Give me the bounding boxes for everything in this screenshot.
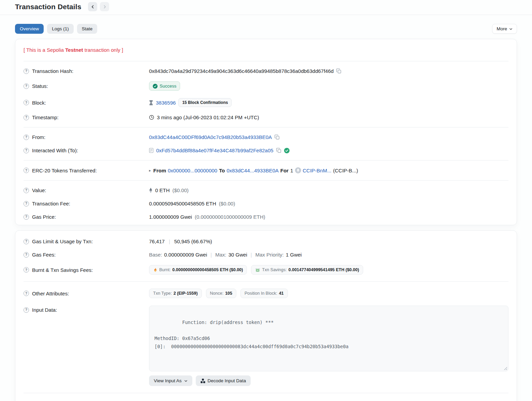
copy-icon[interactable] bbox=[336, 68, 341, 74]
gas-fees-base-value: 0.000000009 Gwei bbox=[164, 252, 207, 258]
row-status: ? Status: Success bbox=[24, 78, 508, 94]
tab-state[interactable]: State bbox=[77, 24, 98, 34]
nonce-badge: Nonce: 105 bbox=[206, 289, 236, 298]
txn-savings-badge: Txn Savings: 0.001477404999541495 ETH ($… bbox=[251, 265, 363, 275]
previous-transaction-button[interactable] bbox=[88, 2, 97, 11]
help-icon[interactable]: ? bbox=[24, 68, 29, 74]
timestamp-label: Timestamp: bbox=[32, 114, 59, 120]
more-button[interactable]: More bbox=[492, 24, 517, 34]
view-input-as-button[interactable]: View Input As bbox=[149, 375, 192, 386]
testnet-notice: [ This is a Sepolia Testnet transaction … bbox=[24, 41, 508, 58]
tab-logs[interactable]: Logs (1) bbox=[47, 24, 74, 34]
notice-suffix: transaction only ] bbox=[83, 47, 123, 53]
position-in-block-value: 41 bbox=[279, 291, 284, 296]
gas-fees-max-value: 30 Gwei bbox=[228, 252, 247, 258]
decode-input-data-button[interactable]: Decode Input Data bbox=[196, 375, 251, 386]
gas-price-label: Gas Price: bbox=[32, 214, 56, 220]
divider bbox=[24, 180, 508, 181]
row-burnt-savings-fees: ? Burnt & Txn Savings Fees: Burnt: 0.000… bbox=[24, 261, 508, 278]
transaction-fee-label: Transaction Fee: bbox=[32, 201, 70, 206]
copy-icon[interactable] bbox=[276, 148, 281, 153]
help-icon[interactable]: ? bbox=[24, 307, 29, 313]
row-block: ? Block: 3836596 15 Block Confirmations bbox=[24, 94, 508, 111]
gas-limit-usage-label: Gas Limit & Usage by Txn: bbox=[32, 238, 93, 244]
erc20-token-name-link[interactable]: CCIP-BnM... bbox=[303, 168, 331, 173]
chevron-right-icon bbox=[103, 5, 107, 9]
row-more-details: More Details: — Click to show less bbox=[24, 396, 508, 401]
help-icon[interactable]: ? bbox=[24, 201, 29, 206]
chevron-left-icon bbox=[91, 5, 95, 9]
help-icon[interactable]: ? bbox=[24, 168, 29, 173]
transaction-hash-label: Transaction Hash: bbox=[32, 68, 73, 74]
erc20-for-word: For bbox=[280, 168, 289, 173]
erc20-transfers-label: ERC-20 Tokens Transferred: bbox=[32, 168, 97, 173]
txn-savings-badge-value: 0.001477404999541495 ETH ($0.00) bbox=[289, 267, 359, 272]
eth-icon bbox=[149, 188, 152, 193]
overview-card: [ This is a Sepolia Testnet transaction … bbox=[15, 39, 517, 225]
erc20-token-symbol: (CCIP-B...) bbox=[333, 168, 358, 173]
txn-type-value: 2 (EIP-1559) bbox=[174, 291, 198, 296]
txn-type-label: Txn Type: bbox=[153, 291, 172, 296]
block-label: Block: bbox=[32, 100, 46, 106]
interacted-with-address-link[interactable]: 0xFd57b4ddBf88a4e07fF4e34C487b99af2Fe82a… bbox=[156, 148, 274, 153]
value-amount: 0 ETH bbox=[155, 187, 170, 193]
notice-bold: Testnet bbox=[65, 47, 83, 53]
interacted-with-label: Interacted With (To): bbox=[32, 148, 78, 153]
cubes-icon bbox=[201, 379, 205, 383]
txn-type-badge: Txn Type: 2 (EIP-1559) bbox=[149, 289, 202, 298]
gas-fees-priority-value: 1 Gwei bbox=[286, 252, 302, 258]
help-icon[interactable]: ? bbox=[24, 115, 29, 120]
erc20-to-word: To bbox=[219, 168, 225, 173]
gas-limit-value: 76,417 bbox=[149, 238, 165, 244]
transaction-hash-value: 0x843dc70a4a29d79234c49a904c363d6c46640a… bbox=[149, 68, 334, 74]
help-icon[interactable]: ? bbox=[24, 214, 29, 220]
resize-handle[interactable] bbox=[503, 366, 507, 370]
erc20-from-address-link[interactable]: 0x000000...00000000 bbox=[168, 168, 217, 173]
help-icon[interactable]: ? bbox=[24, 291, 29, 296]
gas-fees-max-label: Max: bbox=[215, 252, 226, 258]
value-label: Value: bbox=[32, 187, 46, 193]
help-icon[interactable]: ? bbox=[24, 239, 29, 244]
help-icon[interactable]: ? bbox=[24, 100, 29, 105]
token-logo-icon bbox=[295, 167, 301, 173]
row-input-data: ? Input Data: Function: drip(address tok… bbox=[24, 302, 508, 390]
row-gas-limit-usage: ? Gas Limit & Usage by Txn: 76,417 | 50,… bbox=[24, 235, 508, 248]
from-label: From: bbox=[32, 134, 45, 140]
next-transaction-button[interactable] bbox=[100, 2, 109, 11]
help-icon[interactable]: ? bbox=[24, 83, 29, 89]
check-circle-icon bbox=[153, 84, 158, 89]
status-badge-label: Success bbox=[160, 83, 176, 89]
help-icon[interactable]: ? bbox=[24, 188, 29, 193]
gas-fees-base-label: Base: bbox=[149, 252, 162, 258]
help-icon[interactable]: ? bbox=[24, 135, 29, 140]
transaction-fee-amount: 0.000050945000458505 ETH bbox=[149, 201, 216, 206]
erc20-from-word: From bbox=[153, 168, 166, 173]
copy-icon[interactable] bbox=[275, 135, 280, 140]
row-transaction-hash: ? Transaction Hash: 0x843dc70a4a29d79234… bbox=[24, 64, 508, 78]
status-badge: Success bbox=[149, 81, 180, 91]
nonce-value: 105 bbox=[225, 291, 232, 296]
gas-fees-label: Gas Fees: bbox=[32, 252, 56, 258]
details-card: ? Gas Limit & Usage by Txn: 76,417 | 50,… bbox=[15, 230, 517, 401]
from-address-link[interactable]: 0x83dC44a4C00DFf69d0A0c7c94B20b53a4933BE… bbox=[149, 134, 272, 140]
burnt-badge-value: 0.000000000000458505 ETH ($0.00) bbox=[172, 267, 243, 272]
flame-icon bbox=[153, 267, 158, 272]
tab-overview[interactable]: Overview bbox=[15, 24, 44, 34]
block-number-link[interactable]: 3836596 bbox=[156, 100, 176, 106]
erc20-amount: 1 bbox=[290, 168, 293, 173]
page-title: Transaction Details bbox=[15, 3, 81, 11]
help-icon[interactable]: ? bbox=[24, 267, 29, 273]
help-icon[interactable]: ? bbox=[24, 148, 29, 153]
help-icon[interactable]: ? bbox=[24, 252, 29, 258]
divider bbox=[24, 61, 508, 61]
caret-right-icon: ▸ bbox=[149, 168, 151, 173]
gas-fees-priority-label: Max Priority: bbox=[255, 252, 284, 258]
input-data-textarea[interactable]: Function: drip(address token) *** Method… bbox=[149, 306, 508, 371]
burnt-badge: Burnt: 0.000000000000458505 ETH ($0.00) bbox=[149, 265, 247, 275]
contract-document-icon bbox=[149, 148, 153, 153]
divider bbox=[24, 160, 508, 160]
other-attributes-label: Other Attributes: bbox=[32, 291, 69, 296]
more-button-label: More bbox=[497, 26, 507, 31]
erc20-to-address-link[interactable]: 0x83dC44...4933BE0A bbox=[226, 168, 279, 173]
divider bbox=[24, 281, 508, 282]
